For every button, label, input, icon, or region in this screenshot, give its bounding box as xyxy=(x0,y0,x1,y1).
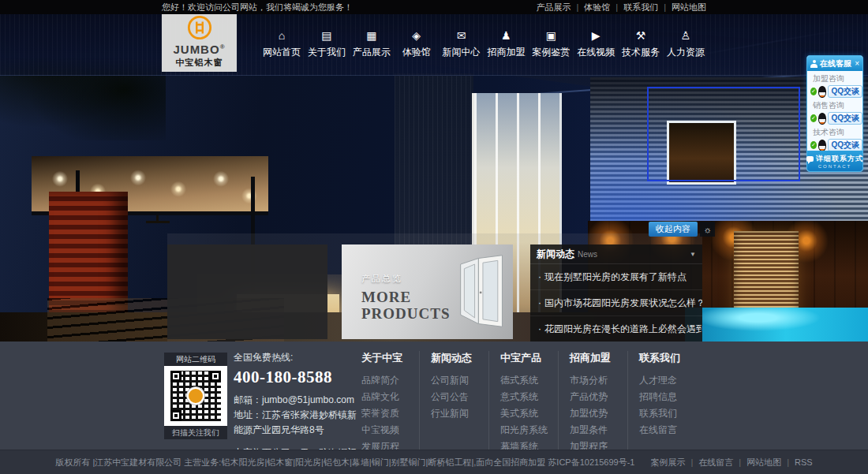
topbar-link-experience[interactable]: 体验馆 xyxy=(584,2,610,13)
news-item[interactable]: · 花园阳光房在漫长的道路上必然会遇到各种挑战 xyxy=(530,315,702,342)
hero-pool xyxy=(685,308,868,342)
separator: | xyxy=(787,457,789,467)
collapse-content-button[interactable]: 收起内容 xyxy=(649,222,698,237)
nav-item-about[interactable]: ▤ 关于我们 xyxy=(305,14,348,75)
footer-link[interactable]: 德式系统 xyxy=(500,372,558,389)
qq-group-label-sales: 销售咨询 xyxy=(813,100,862,111)
more-products-panel[interactable]: 产品总览 MORE PRODUCTS xyxy=(342,244,513,339)
footer-contact-info: 全国免费热线: 400-180-8588 邮箱：jumbo@51jumbo.co… xyxy=(234,351,361,461)
qq-chat-sales[interactable]: ✓ QQ交谈 xyxy=(810,112,862,125)
qq-chat-join[interactable]: ✓ QQ交谈 xyxy=(810,85,862,98)
nav-item-cases[interactable]: ▣ 案例鉴赏 xyxy=(529,14,572,75)
hero-banner: ⌂ 网站首页 ▤ 关于我们 ▦ 产品展示 ◈ 体验馆 ✉ 新闻中心 ♟ 招商加盟 xyxy=(0,14,868,342)
nav-item-join[interactable]: ♟ 招商加盟 xyxy=(485,14,527,75)
email-line: 邮箱：jumbo@51jumbo.com xyxy=(234,393,361,408)
more-products-text: MORE PRODUCTS xyxy=(361,289,451,323)
person-icon xyxy=(810,60,817,68)
chat-icon xyxy=(806,156,814,162)
contact-details-button[interactable]: 详细联系方式 CONTACT xyxy=(807,151,862,171)
footer-link[interactable]: 荣誉资质 xyxy=(361,405,419,422)
nav-item-news[interactable]: ✉ 新闻中心 xyxy=(440,14,483,75)
online-service-header: 在线客服 × xyxy=(807,56,862,71)
products-icon: ▦ xyxy=(366,30,376,41)
open-window-icon xyxy=(456,252,508,333)
video-icon: ▶ xyxy=(592,30,600,41)
footer-link[interactable]: 加盟优势 xyxy=(570,405,627,422)
news-item[interactable]: · 现在别墅阳光房的发展有了新特点 xyxy=(530,264,702,289)
qr-title: 网站二维码 xyxy=(164,353,227,366)
footer-link[interactable]: 在线留言 xyxy=(639,422,697,439)
email-value: jumbo@51jumbo.com xyxy=(262,394,354,405)
collapse-widget-icon[interactable]: ☼ xyxy=(700,222,715,237)
home-icon: ⌂ xyxy=(279,30,285,41)
company-logo[interactable]: JUMBO® 中宝铝木窗 xyxy=(162,14,237,72)
bottom-bar: 版权所有 |江苏中宝建材有限公司 主营业务:铝木阳光房|铝木窗|阳光房|铝包木|… xyxy=(0,450,868,474)
nav-item-video[interactable]: ▶ 在线视频 xyxy=(574,14,617,75)
news-subtitle: News xyxy=(578,250,687,259)
footer-link[interactable]: 品牌文化 xyxy=(361,389,419,405)
qq-group-label-tech: 技术咨询 xyxy=(813,127,862,138)
close-icon[interactable]: × xyxy=(855,60,859,68)
topbar-link-sitemap[interactable]: 网站地图 xyxy=(672,2,706,13)
products-panel-title: 产品总览 xyxy=(361,273,402,285)
nav-item-tech-service[interactable]: ⚒ 技术服务 xyxy=(619,14,662,75)
footer-link[interactable]: 意式系统 xyxy=(500,389,558,405)
footer-link[interactable]: 公司新闻 xyxy=(431,372,488,389)
footer-link[interactable]: 招聘信息 xyxy=(639,389,697,405)
top-bar: 您好！欢迎访问公司网站，我们将竭诚为您服务！ 产品展示 | 体验馆 | 联系我们… xyxy=(0,0,868,14)
footer-link[interactable]: 行业新闻 xyxy=(431,405,488,422)
logo-emblem-icon xyxy=(187,15,212,43)
qr-caption: 扫描关注我们 xyxy=(164,426,227,439)
bottom-link-rss[interactable]: RSS xyxy=(795,457,813,467)
footer-link[interactable]: 市场分析 xyxy=(570,372,627,389)
qr-code-image xyxy=(164,366,227,426)
topbar-links: 产品展示 | 体验馆 | 联系我们 | 网站地图 xyxy=(536,2,706,13)
topbar-link-products[interactable]: 产品展示 xyxy=(536,2,571,13)
footer-link[interactable]: 加盟条件 xyxy=(570,422,627,439)
bullet: · xyxy=(538,297,541,308)
footer-link[interactable]: 产品优势 xyxy=(570,389,627,405)
nav-item-hr[interactable]: ♙ 人力资源 xyxy=(664,14,707,75)
news-title: 新闻动态 xyxy=(537,248,574,261)
logo-chinese-name: 中宝铝木窗 xyxy=(176,57,223,69)
online-service-panel: 在线客服 × 加盟咨询 ✓ QQ交谈 销售咨询 ✓ QQ交谈 技术咨询 ✓ QQ… xyxy=(806,55,863,172)
qq-group-label-join: 加盟咨询 xyxy=(813,73,862,84)
news-panel-header: 新闻动态 News ▼ xyxy=(530,244,702,264)
page: 您好！欢迎访问公司网站，我们将竭诚为您服务！ 产品展示 | 体验馆 | 联系我们… xyxy=(0,0,868,474)
footer-link[interactable]: 阳光房系统 xyxy=(500,422,558,439)
carousel-dark-slide[interactable] xyxy=(167,244,327,339)
footer-link[interactable]: 公司公告 xyxy=(431,389,488,405)
bottom-link-cases[interactable]: 案例展示 xyxy=(650,457,685,468)
bottombar-links: 案例展示 | 在线留言 | 网站地图 | RSS xyxy=(650,457,812,468)
hotline-label: 全国免费热线: xyxy=(234,351,361,364)
qr-logo-icon xyxy=(187,387,204,405)
news-item[interactable]: · 国内市场花园阳光房发展状况怎么样？ xyxy=(530,289,702,315)
hotline-number: 400-180-8588 xyxy=(234,368,361,387)
footer-link[interactable]: 品牌简介 xyxy=(361,372,419,389)
topbar-link-contact[interactable]: 联系我们 xyxy=(623,2,658,13)
logo-brand-text: JUMBO® xyxy=(173,43,225,57)
separator: | xyxy=(615,2,618,12)
separator: | xyxy=(664,2,666,12)
chevron-down-icon[interactable]: ▼ xyxy=(690,251,696,258)
nav-item-home[interactable]: ⌂ 网站首页 xyxy=(260,14,303,75)
nav-item-experience[interactable]: ◈ 体验馆 xyxy=(395,14,438,75)
separator: | xyxy=(576,2,578,12)
online-check-icon: ✓ xyxy=(810,88,817,95)
news-icon: ✉ xyxy=(457,30,466,41)
footer-link[interactable]: 美式系统 xyxy=(500,405,558,422)
footer: 网站二维码 扫描关注我们 全国免费热线: 400-180-8588 邮箱：jum… xyxy=(0,342,868,450)
qq-chat-tech[interactable]: ✓ QQ交谈 xyxy=(810,139,862,151)
footer-link[interactable]: 联系我们 xyxy=(639,405,697,422)
join-icon: ♟ xyxy=(501,30,511,41)
separator: | xyxy=(690,457,693,467)
tech-service-icon: ⚒ xyxy=(636,30,646,41)
footer-link[interactable]: 人才理念 xyxy=(639,372,697,389)
qq-penguin-icon xyxy=(818,140,827,151)
about-icon: ▤ xyxy=(321,30,331,41)
bottom-link-message[interactable]: 在线留言 xyxy=(698,457,733,468)
collapse-controls: 收起内容 ☼ xyxy=(649,222,715,237)
footer-link[interactable]: 中宝视频 xyxy=(361,422,419,439)
nav-item-products[interactable]: ▦ 产品展示 xyxy=(350,14,393,75)
bottom-link-sitemap[interactable]: 网站地图 xyxy=(746,457,781,468)
